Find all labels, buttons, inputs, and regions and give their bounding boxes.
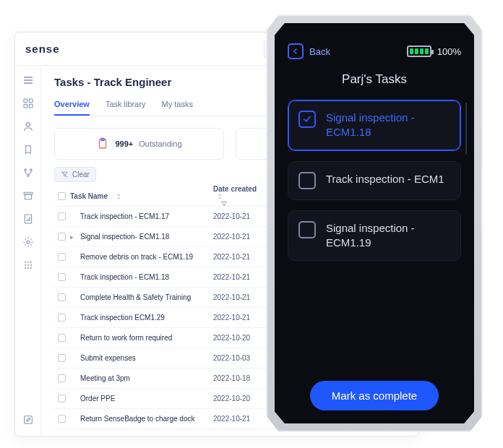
clipboard-alert-icon bbox=[96, 137, 109, 150]
archive-icon[interactable] bbox=[22, 190, 34, 202]
branch-icon[interactable] bbox=[22, 167, 34, 178]
device-frame: Back 100% Parj's Tasks Signal inspection… bbox=[266, 14, 483, 432]
svg-point-7 bbox=[24, 169, 26, 171]
battery-status: 100% bbox=[407, 46, 461, 57]
svg-point-18 bbox=[27, 264, 29, 266]
user-icon[interactable] bbox=[22, 121, 34, 132]
tab-overview[interactable]: Overview bbox=[54, 95, 90, 116]
row-name: Submit expenses bbox=[69, 354, 213, 362]
device-task-list[interactable]: Signal inspection - ECM1.18Track inspect… bbox=[288, 100, 461, 371]
svg-point-13 bbox=[27, 241, 30, 244]
row-checkbox[interactable] bbox=[54, 395, 69, 402]
row-checkbox[interactable] bbox=[54, 293, 69, 301]
bookmark-icon[interactable] bbox=[22, 144, 34, 155]
task-label: Signal inspection - ECM1.19 bbox=[326, 221, 450, 251]
task-label: Signal inspection - ECM1.18 bbox=[326, 111, 450, 140]
svg-point-20 bbox=[25, 267, 26, 269]
stat-label: Outstanding bbox=[139, 139, 181, 148]
row-name: Track inspection - ECM1.18 bbox=[69, 273, 213, 281]
tab-task-library[interactable]: Task library bbox=[106, 95, 146, 116]
row-checkbox[interactable] bbox=[54, 415, 69, 423]
row-name: Track inspection - ECM1.17 bbox=[69, 212, 213, 220]
device-title: Parj's Tasks bbox=[288, 72, 461, 87]
svg-rect-3 bbox=[29, 99, 33, 103]
filter-clear-icon bbox=[61, 171, 69, 178]
menu-icon[interactable] bbox=[22, 74, 34, 86]
row-checkbox[interactable] bbox=[54, 334, 69, 342]
svg-rect-5 bbox=[29, 104, 33, 108]
device-task-item[interactable]: Track inspection - ECM1 bbox=[288, 161, 461, 200]
row-checkbox[interactable] bbox=[54, 314, 69, 322]
svg-point-8 bbox=[30, 169, 32, 171]
task-label: Track inspection - ECM1 bbox=[326, 172, 444, 186]
row-name: Meeting at 3pm bbox=[69, 374, 213, 382]
svg-point-15 bbox=[27, 262, 29, 263]
chevron-right-icon[interactable]: ▸ bbox=[70, 233, 76, 241]
svg-rect-4 bbox=[24, 104, 27, 108]
svg-point-19 bbox=[30, 264, 32, 266]
clear-filter-button[interactable]: Clear bbox=[54, 167, 96, 182]
row-name: Track inspection ECM1.29 bbox=[69, 314, 213, 322]
gear-icon[interactable] bbox=[22, 236, 34, 248]
tab-my-tasks[interactable]: My tasks bbox=[162, 95, 193, 116]
battery-pct: 100% bbox=[437, 46, 461, 57]
row-checkbox[interactable] bbox=[54, 233, 69, 241]
back-label: Back bbox=[309, 46, 330, 57]
row-name: Remove debris on track - ECM1.19 bbox=[69, 253, 213, 261]
svg-point-9 bbox=[27, 175, 29, 177]
back-icon bbox=[288, 43, 304, 59]
battery-icon bbox=[407, 46, 431, 57]
stat-outstanding[interactable]: 999+ Outstanding bbox=[54, 128, 224, 160]
row-name: Return SenseBadge to charge dock bbox=[69, 415, 213, 423]
report-icon[interactable] bbox=[22, 213, 34, 225]
row-checkbox[interactable] bbox=[54, 374, 69, 382]
task-checkbox[interactable] bbox=[298, 111, 316, 128]
row-name: Return to work form required bbox=[69, 334, 213, 342]
row-checkbox[interactable] bbox=[54, 212, 69, 220]
device-topbar: Back 100% bbox=[288, 43, 461, 59]
row-name: Order PPE bbox=[69, 395, 213, 402]
row-checkbox[interactable] bbox=[54, 354, 69, 362]
svg-rect-11 bbox=[25, 194, 31, 199]
row-name: Complete Health & Safety Training bbox=[69, 293, 213, 301]
edit-icon[interactable] bbox=[22, 414, 34, 426]
sort-icon bbox=[115, 193, 122, 200]
svg-rect-2 bbox=[24, 99, 27, 103]
mark-complete-button[interactable]: Mark as complete bbox=[310, 381, 439, 410]
task-checkbox[interactable] bbox=[298, 221, 316, 238]
device-screen: Back 100% Parj's Tasks Signal inspection… bbox=[275, 23, 474, 423]
clear-label: Clear bbox=[72, 171, 90, 178]
svg-rect-23 bbox=[24, 416, 32, 424]
nav-rail bbox=[15, 66, 41, 436]
apps-icon[interactable] bbox=[22, 259, 34, 271]
logo: sense bbox=[25, 43, 60, 55]
filter-icon[interactable] bbox=[220, 200, 228, 207]
svg-point-14 bbox=[25, 262, 26, 263]
sort-icon bbox=[216, 193, 223, 200]
task-checkbox[interactable] bbox=[298, 172, 316, 189]
back-button[interactable]: Back bbox=[288, 43, 330, 59]
svg-point-17 bbox=[25, 264, 26, 266]
svg-point-22 bbox=[30, 267, 32, 269]
row-name: ▸Signal inspection- ECM1.18 bbox=[69, 233, 213, 241]
device-task-item[interactable]: Signal inspection - ECM1.19 bbox=[288, 210, 461, 262]
row-checkbox[interactable] bbox=[54, 273, 69, 281]
stat-count: 999+ bbox=[115, 139, 133, 148]
grid-icon[interactable] bbox=[22, 98, 34, 109]
svg-point-6 bbox=[26, 123, 30, 126]
svg-point-21 bbox=[27, 267, 29, 269]
col-header-name[interactable]: Task Name bbox=[69, 192, 213, 200]
svg-point-16 bbox=[30, 262, 32, 263]
select-all[interactable] bbox=[54, 192, 69, 200]
row-checkbox[interactable] bbox=[54, 253, 69, 261]
device-task-item[interactable]: Signal inspection - ECM1.18 bbox=[288, 100, 461, 151]
